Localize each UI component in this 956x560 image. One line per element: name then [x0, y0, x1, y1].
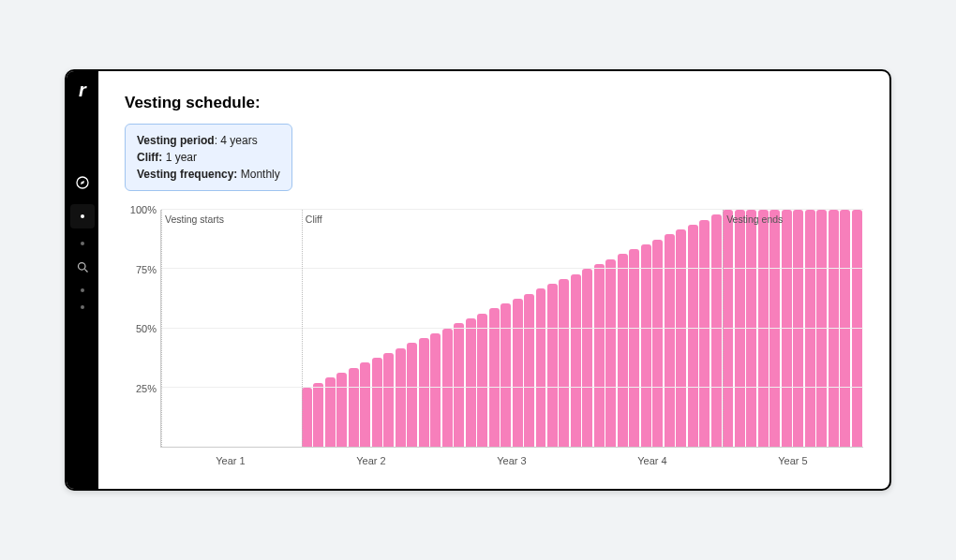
app-window: r Vesting schedule: Vesting period: 4 ye… — [65, 69, 891, 491]
marker-line — [723, 210, 724, 447]
marker-line — [302, 210, 303, 447]
bar — [313, 383, 323, 448]
bar — [816, 210, 827, 447]
gridline — [161, 268, 863, 269]
sidebar-active-item[interactable] — [70, 204, 95, 228]
bar — [559, 279, 569, 447]
bar — [302, 388, 312, 447]
bar — [676, 229, 686, 447]
bar — [688, 225, 698, 447]
bar — [430, 333, 441, 447]
bar — [852, 210, 862, 447]
x-tick-label: Year 5 — [778, 455, 807, 466]
bar — [618, 254, 628, 447]
sidebar-dot-icon — [81, 288, 84, 292]
bar — [711, 214, 722, 447]
bar — [582, 269, 592, 447]
bar — [500, 303, 511, 447]
bars-container — [161, 210, 863, 447]
info-row: Vesting period: 4 years — [137, 132, 280, 149]
sidebar-dot-icon — [81, 305, 84, 309]
bar — [805, 210, 815, 447]
bar — [372, 358, 382, 447]
sidebar-dot-icon — [81, 242, 84, 245]
marker-line — [161, 210, 162, 447]
bar — [793, 210, 803, 447]
bar — [571, 274, 581, 447]
info-row: Cliff: 1 year — [137, 149, 280, 166]
bar — [665, 234, 675, 447]
bar — [746, 210, 756, 447]
bar — [547, 284, 558, 447]
bar — [466, 318, 476, 447]
vesting-info-box: Vesting period: 4 years Cliff: 1 year Ve… — [125, 124, 292, 191]
bar — [699, 220, 710, 447]
gridline — [161, 387, 863, 388]
bar — [829, 210, 839, 447]
bar — [652, 240, 663, 447]
gridline — [161, 209, 863, 210]
bar — [782, 210, 792, 447]
plot-area: Vesting startsCliffVesting ends — [160, 210, 863, 448]
bar — [594, 264, 605, 447]
x-tick-label: Year 1 — [216, 455, 245, 466]
bar — [735, 210, 745, 447]
svg-line-3 — [84, 269, 87, 272]
x-tick-label: Year 4 — [637, 455, 666, 466]
y-tick-label: 75% — [136, 264, 157, 275]
search-icon[interactable] — [74, 258, 91, 275]
page-title: Vesting schedule: — [125, 94, 863, 112]
bar — [769, 210, 780, 447]
x-axis: Year 1Year 2Year 3Year 4Year 5 — [160, 448, 863, 472]
bar — [419, 338, 429, 447]
bar — [641, 244, 651, 447]
svg-point-2 — [78, 262, 85, 270]
marker-label: Vesting starts — [165, 214, 224, 225]
app-logo-icon: r — [79, 79, 86, 99]
bar — [536, 288, 546, 447]
gridline — [161, 328, 863, 329]
sidebar: r — [67, 71, 98, 489]
svg-marker-1 — [81, 181, 84, 184]
compass-icon[interactable] — [74, 174, 91, 191]
bar — [336, 373, 347, 447]
chart: 25%50%75%100% Vesting startsCliffVesting… — [125, 210, 863, 448]
bar — [360, 362, 370, 447]
y-axis: 25%50%75%100% — [125, 210, 160, 448]
y-tick-label: 25% — [136, 383, 157, 394]
bar — [723, 210, 733, 447]
bar — [629, 249, 639, 447]
bar — [454, 323, 464, 447]
marker-label: Vesting ends — [726, 214, 783, 225]
bar — [477, 314, 487, 447]
y-tick-label: 50% — [136, 323, 157, 334]
x-tick-label: Year 2 — [356, 455, 385, 466]
bar — [325, 377, 336, 447]
bar — [513, 299, 523, 447]
bar — [524, 294, 534, 447]
bar — [349, 368, 359, 447]
bar — [407, 343, 417, 447]
bar — [758, 210, 769, 447]
main-content: Vesting schedule: Vesting period: 4 year… — [98, 71, 889, 489]
bar — [840, 210, 850, 447]
bar — [383, 353, 394, 447]
y-tick-label: 100% — [130, 204, 157, 215]
bar — [396, 348, 406, 447]
info-row: Vesting frequency: Monthly — [137, 166, 280, 183]
bar — [605, 259, 616, 447]
x-tick-label: Year 3 — [497, 455, 526, 466]
bar — [442, 329, 453, 448]
marker-label: Cliff — [306, 214, 322, 225]
bar — [489, 308, 500, 447]
